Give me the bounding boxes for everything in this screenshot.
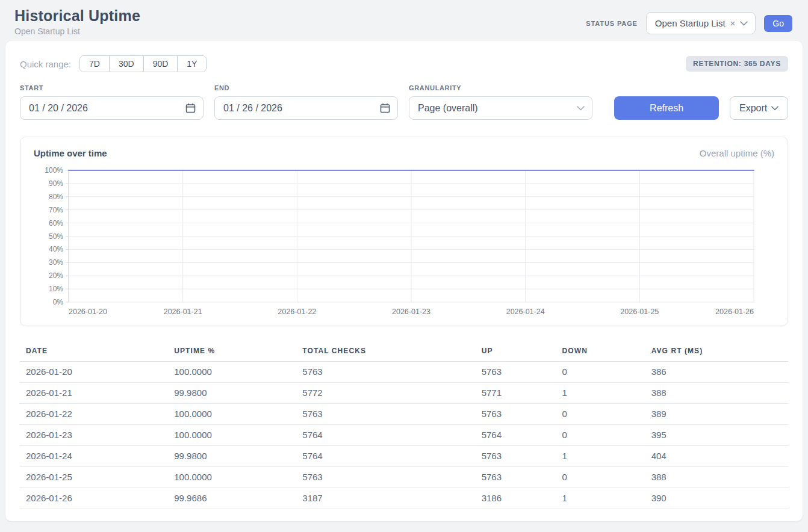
table-cell: 2026-01-20 — [20, 362, 168, 383]
filter-form-row: START 01 / 20 / 2026 END 01 / 26 / 2026 — [20, 84, 788, 120]
svg-text:30%: 30% — [49, 258, 63, 267]
quick-range-90d-button[interactable]: 90D — [143, 56, 178, 72]
calendar-icon[interactable] — [185, 103, 196, 113]
uptime-line-chart: 0%10%20%30%40%50%60%70%80%90%100%2026-01… — [34, 164, 774, 320]
svg-text:60%: 60% — [49, 219, 63, 227]
table-cell: 0 — [556, 404, 645, 425]
table-cell: 5764 — [296, 425, 475, 446]
table-cell: 100.0000 — [168, 425, 296, 446]
quick-range-label: Quick range: — [20, 59, 71, 69]
start-date-input[interactable]: 01 / 20 / 2026 — [20, 96, 204, 120]
table-cell: 5771 — [476, 383, 556, 404]
svg-text:40%: 40% — [49, 245, 63, 253]
status-page-select[interactable]: Open Startup List × — [646, 12, 756, 34]
svg-text:20%: 20% — [49, 271, 63, 280]
table-cell: 5764 — [476, 425, 556, 446]
table-cell: 395 — [645, 425, 788, 446]
svg-text:0%: 0% — [53, 298, 64, 306]
table-cell: 389 — [645, 404, 788, 425]
svg-text:2026-01-26: 2026-01-26 — [715, 308, 754, 316]
table-cell: 2026-01-26 — [20, 488, 168, 509]
table-cell: 0 — [556, 425, 645, 446]
quick-range-1y-button[interactable]: 1Y — [177, 56, 206, 72]
export-button-label: Export — [739, 103, 767, 114]
table-cell: 99.9800 — [168, 383, 296, 404]
table-row: 2026-01-2699.9686318731861390 — [20, 488, 788, 509]
table-cell: 3187 — [296, 488, 475, 509]
table-row: 2026-01-20100.0000576357630386 — [20, 362, 788, 383]
table-cell: 100.0000 — [168, 467, 296, 488]
svg-text:10%: 10% — [49, 285, 63, 293]
page-title: Historical Uptime — [14, 7, 140, 25]
close-icon[interactable]: × — [730, 18, 736, 28]
table-cell: 5763 — [476, 404, 556, 425]
status-page-label: STATUS PAGE — [586, 20, 637, 27]
table-cell: 5763 — [476, 362, 556, 383]
end-date-field-group: END 01 / 26 / 2026 — [214, 84, 398, 120]
svg-text:50%: 50% — [49, 232, 63, 241]
start-date-field-group: START 01 / 20 / 2026 — [20, 84, 204, 120]
quick-range-row: Quick range: 7D30D90D1Y RETENTION: 365 D… — [20, 55, 788, 72]
svg-text:80%: 80% — [49, 193, 63, 201]
svg-text:2026-01-21: 2026-01-21 — [164, 308, 202, 316]
table-cell: 5772 — [296, 383, 475, 404]
table-cell: 5763 — [296, 362, 475, 383]
start-date-value: 01 / 20 / 2026 — [29, 103, 88, 114]
table-cell: 1 — [556, 446, 645, 467]
calendar-icon[interactable] — [380, 103, 390, 113]
table-cell: 390 — [645, 488, 788, 509]
status-page-selected-value: Open Startup List — [655, 18, 726, 28]
table-cell: 100.0000 — [168, 362, 296, 383]
svg-text:2026-01-23: 2026-01-23 — [392, 308, 430, 316]
table-cell: 2026-01-21 — [20, 383, 168, 404]
column-header-uptime-: UPTIME % — [168, 342, 296, 362]
table-row: 2026-01-22100.0000576357630389 — [20, 404, 788, 425]
table-cell: 1 — [556, 488, 645, 509]
table-cell: 386 — [645, 362, 788, 383]
chevron-down-icon — [740, 21, 748, 26]
table-cell: 0 — [556, 362, 645, 383]
end-date-input[interactable]: 01 / 26 / 2026 — [214, 96, 398, 120]
table-cell: 404 — [645, 446, 788, 467]
svg-text:100%: 100% — [45, 166, 63, 175]
end-date-value: 01 / 26 / 2026 — [223, 103, 282, 114]
granularity-field-group: GRANULARITY Page (overall) — [409, 84, 592, 120]
table-row: 2026-01-23100.0000576457640395 — [20, 425, 788, 446]
table-cell: 5763 — [296, 404, 475, 425]
main-panel: Quick range: 7D30D90D1Y RETENTION: 365 D… — [5, 41, 803, 521]
table-cell: 2026-01-25 — [20, 467, 168, 488]
chevron-down-icon — [577, 106, 585, 111]
table-cell: 2026-01-24 — [20, 446, 168, 467]
granularity-selected-value: Page (overall) — [418, 103, 478, 114]
export-button[interactable]: Export — [730, 96, 788, 120]
table-cell: 2026-01-23 — [20, 425, 168, 446]
table-cell: 99.9800 — [168, 446, 296, 467]
table-cell: 99.9686 — [168, 488, 296, 509]
table-cell: 100.0000 — [168, 404, 296, 425]
svg-text:2026-01-24: 2026-01-24 — [506, 308, 545, 316]
svg-text:2026-01-25: 2026-01-25 — [620, 308, 659, 316]
header-titles: Historical Uptime Open Startup List — [14, 7, 140, 36]
table-cell: 5764 — [296, 446, 475, 467]
svg-text:2026-01-20: 2026-01-20 — [69, 308, 107, 316]
column-header-total-checks: TOTAL CHECKS — [296, 342, 475, 362]
svg-text:70%: 70% — [49, 206, 63, 214]
go-button[interactable]: Go — [764, 15, 792, 32]
table-header: DATEUPTIME %TOTAL CHECKSUPDOWNAVG RT (MS… — [20, 342, 788, 362]
table-cell: 2026-01-22 — [20, 404, 168, 425]
header-controls: STATUS PAGE Open Startup List × Go — [586, 12, 792, 34]
retention-badge: RETENTION: 365 DAYS — [686, 56, 788, 72]
table-cell: 5763 — [476, 446, 556, 467]
svg-text:2026-01-22: 2026-01-22 — [278, 308, 316, 316]
uptime-table: DATEUPTIME %TOTAL CHECKSUPDOWNAVG RT (MS… — [20, 342, 788, 509]
svg-text:90%: 90% — [49, 179, 63, 188]
table-cell: 5763 — [476, 467, 556, 488]
refresh-button[interactable]: Refresh — [614, 96, 719, 120]
table-cell: 5763 — [296, 467, 475, 488]
column-header-down: DOWN — [556, 342, 645, 362]
quick-range-7d-button[interactable]: 7D — [80, 56, 109, 72]
granularity-select[interactable]: Page (overall) — [409, 96, 592, 120]
page-header: Historical Uptime Open Startup List STAT… — [0, 0, 808, 41]
column-header-avg-rt-ms-: AVG RT (MS) — [645, 342, 788, 362]
quick-range-30d-button[interactable]: 30D — [109, 56, 143, 72]
